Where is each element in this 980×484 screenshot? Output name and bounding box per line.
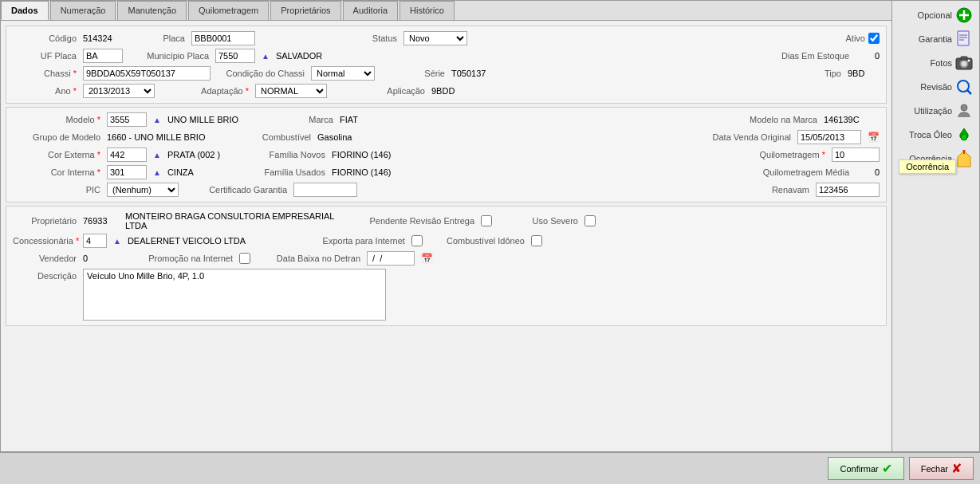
section-model-info: Modelo * ▲ UNO MILLE BRIO Marca FIAT Mod… — [6, 107, 887, 203]
proprietario-label: Proprietário — [13, 216, 77, 226]
ano-select[interactable]: 2013/2013 — [83, 84, 155, 98]
grupo-modelo-label: Grupo de Modelo — [13, 132, 100, 142]
troca-oleo-label: Troca Óleo — [909, 130, 952, 140]
svg-point-15 — [961, 134, 967, 140]
promocao-internet-label: Promoção na Internet — [129, 254, 233, 263]
exporta-internet-checkbox[interactable] — [411, 235, 423, 246]
renavam-label: Renavam — [754, 185, 809, 195]
svg-point-9 — [962, 61, 966, 66]
status-label: Status — [357, 33, 397, 43]
promocao-internet-checkbox[interactable] — [239, 253, 250, 264]
renavam-input[interactable] — [816, 183, 880, 197]
sidebar-item-utilizacao[interactable]: Utilização — [895, 100, 976, 122]
sidebar-item-troca-oleo[interactable]: Troca Óleo — [895, 124, 976, 146]
sidebar-item-fotos[interactable]: Fotos — [895, 52, 976, 74]
modelo-code-input[interactable] — [107, 112, 147, 127]
revisao-label: Revisão — [920, 82, 952, 92]
placa-label: Placa — [137, 33, 185, 43]
familia-novos-value: FIORINO (146) — [332, 150, 403, 159]
ativo-checkbox[interactable] — [868, 33, 880, 44]
chassi-input[interactable] — [83, 66, 211, 81]
quilometragem-label: Quilometragem * — [746, 150, 825, 159]
confirmar-button[interactable]: Confirmar ✔ — [828, 457, 903, 480]
sidebar-item-revisao[interactable]: Revisão — [895, 76, 976, 98]
content-panel: Dados Numeração Manutenção Quilometragem… — [0, 0, 892, 452]
utilizacao-label: Utilização — [914, 106, 952, 116]
data-baixa-label: Data Baixa no Detran — [273, 254, 360, 263]
utilizacao-icon — [955, 102, 973, 120]
condicao-chassi-select[interactable]: Normal — [311, 66, 375, 81]
adaptacao-select[interactable]: NORMAL — [255, 84, 327, 98]
row-vendedor: Vendedor 0 Promoção na Internet Data Bai… — [13, 251, 880, 266]
modelo-up-arrow[interactable]: ▲ — [153, 116, 161, 124]
vendedor-label: Vendedor — [13, 254, 77, 263]
svg-line-13 — [967, 90, 971, 94]
pic-select[interactable]: (Nenhum) — [107, 183, 179, 197]
proprietario-code: 76933 — [83, 216, 119, 226]
ocorrencia-icon — [955, 150, 973, 167]
opcional-label: Opcional — [918, 10, 952, 20]
row-cor-interna: Cor Interna * ▲ CINZA Família Usados FIO… — [13, 165, 880, 179]
sidebar-item-opcional[interactable]: Opcional — [895, 4, 976, 26]
tab-dados[interactable]: Dados — [1, 1, 49, 20]
modelo-marca-value: 146139C — [824, 115, 880, 124]
cor-externa-code-input[interactable] — [107, 148, 147, 162]
garantia-label: Garantia — [919, 34, 952, 44]
descricao-textarea[interactable]: Veículo Uno Mille Brio, 4P, 1.0 — [83, 269, 386, 321]
cor-interna-name: CINZA — [167, 167, 239, 177]
modelo-label: Modelo * — [13, 115, 100, 124]
tab-auditoria[interactable]: Auditoria — [343, 1, 398, 20]
fotos-label: Fotos — [930, 58, 952, 68]
marca-label: Marca — [293, 115, 333, 124]
section-basic-info: Código 514324 Placa Status Novo Ativo — [6, 26, 887, 104]
uf-placa-input[interactable] — [83, 49, 123, 63]
municipio-placa-label: Município Placa — [129, 51, 209, 61]
ocorrencia-tooltip-box: Ocorrência — [899, 159, 956, 174]
ativo-label: Ativo — [846, 33, 865, 43]
dias-estoque-label: Dias Em Estoque — [762, 51, 849, 61]
uso-severo-label: Uso Severo — [514, 216, 578, 226]
cor-interna-up-arrow[interactable]: ▲ — [153, 168, 161, 177]
cor-interna-label: Cor Interna * — [13, 167, 100, 177]
combustivel-value: Gasolina — [317, 132, 365, 142]
data-baixa-input[interactable] — [367, 251, 415, 266]
quilometragem-media-value: 0 — [856, 167, 880, 177]
placa-input[interactable] — [191, 31, 255, 45]
sidebar-item-garantia[interactable]: Garantia — [895, 28, 976, 50]
uso-severo-checkbox[interactable] — [584, 215, 596, 226]
pendente-revisao-checkbox[interactable] — [481, 215, 492, 226]
serie-label: Série — [413, 69, 445, 78]
aplicacao-value: 9BDD — [431, 86, 455, 96]
svg-point-14 — [961, 104, 967, 111]
tab-numeracao[interactable]: Numeração — [50, 1, 116, 20]
certificado-input[interactable] — [293, 183, 357, 197]
opcional-icon — [955, 6, 973, 24]
quilometragem-input[interactable] — [832, 148, 880, 162]
tabs-bar: Dados Numeração Manutenção Quilometragem… — [1, 1, 891, 21]
svg-rect-10 — [961, 57, 967, 60]
tab-proprietarios[interactable]: Proprietários — [270, 1, 340, 20]
concessionaria-up-arrow[interactable]: ▲ — [113, 237, 121, 246]
combustivel-idoneo-checkbox[interactable] — [531, 235, 542, 246]
status-select[interactable]: Novo — [403, 31, 467, 45]
svg-point-11 — [968, 60, 970, 62]
tab-quilometragem[interactable]: Quilometragem — [188, 1, 269, 20]
fechar-button[interactable]: Fechar ✘ — [909, 457, 974, 480]
cor-interna-code-input[interactable] — [107, 165, 147, 179]
vendedor-value: 0 — [83, 254, 115, 263]
tab-historico[interactable]: Histórico — [399, 1, 455, 20]
sidebar-item-ocorrencia[interactable]: Ocorrência Ocorrência — [895, 148, 976, 170]
sidebar: Opcional Garantia — [892, 0, 980, 452]
close-icon: ✘ — [951, 461, 962, 476]
municipio-up-arrow[interactable]: ▲ — [262, 52, 270, 61]
municipio-code-input[interactable] — [215, 49, 255, 63]
concessionaria-code-input[interactable] — [83, 234, 107, 248]
row-descricao: Descrição Veículo Uno Mille Brio, 4P, 1.… — [13, 269, 880, 321]
dias-estoque-value: 0 — [856, 51, 880, 61]
familia-usados-value: FIORINO (146) — [332, 167, 403, 177]
cor-externa-up-arrow[interactable]: ▲ — [153, 151, 161, 159]
descricao-label: Descrição — [13, 271, 77, 281]
tab-manutencao[interactable]: Manutenção — [117, 1, 187, 20]
familia-novos-label: Família Novos — [254, 150, 325, 159]
data-venda-input[interactable] — [797, 130, 861, 144]
